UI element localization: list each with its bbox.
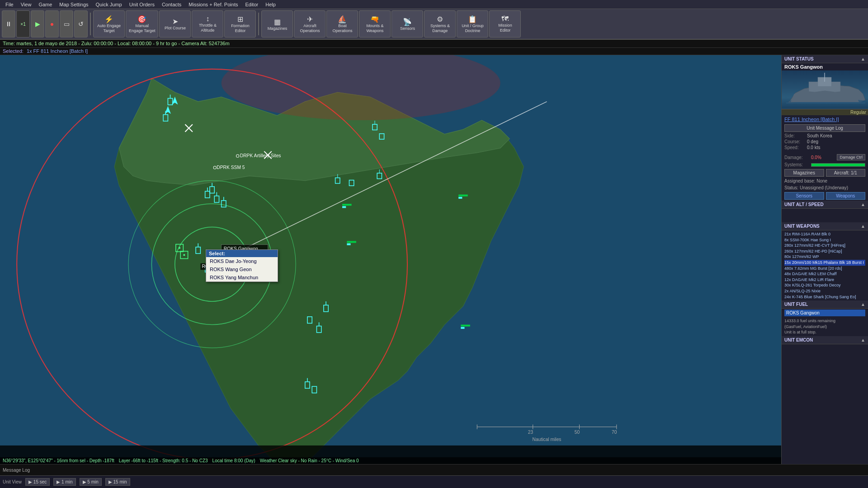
magazines-icon: ▦ — [274, 18, 281, 26]
unit-status-collapse[interactable]: ▲ — [861, 56, 865, 61]
menu-editor[interactable]: Editor — [241, 2, 262, 7]
sensors-button[interactable]: 📡 Sensors — [392, 10, 423, 38]
course-value: 0 deg — [807, 139, 818, 144]
weapon-item-1[interactable]: 8x SSM-700K Hae Sung I — [784, 237, 865, 243]
unit-doctrine-button[interactable]: 📋 Unit / GroupDoctrine — [457, 10, 488, 38]
bottom-controls: Unit View ▶ 15 sec ▶ 1 min ▶ 5 min ▶ 15 … — [0, 475, 868, 488]
separator-1 — [90, 13, 91, 35]
weapon-item-6[interactable]: 480x 7.62mm MG Burst [20 rds] — [784, 266, 865, 272]
systems-damage-button[interactable]: ⚙ Systems &Damage — [424, 10, 456, 38]
course-label: Course: — [784, 139, 807, 144]
menu-file[interactable]: File — [2, 2, 17, 7]
menu-missions[interactable]: Missions + Ref. Points — [185, 2, 241, 7]
boat-ops-label: BoatOperations — [332, 23, 352, 33]
alt-speed-collapse[interactable]: ▲ — [861, 202, 865, 207]
formation-editor-button[interactable]: ⊞ FormationEditor — [224, 10, 256, 38]
context-menu-title: Select: — [206, 250, 278, 257]
menu-view[interactable]: View — [17, 2, 35, 7]
weapon-item-10[interactable]: 2x AN/SLQ-25 Nixie — [784, 288, 865, 294]
fuel-collapse[interactable]: ▲ — [861, 302, 865, 307]
auto-engage-label: Auto EngageTarget — [97, 23, 121, 33]
speed-value: 0.0 kts — [807, 145, 820, 150]
unknown-button[interactable]: ▭ — [60, 10, 73, 38]
unit-doctrine-icon: 📋 — [468, 15, 477, 23]
weapons-panel-button[interactable]: Weapons — [826, 192, 866, 200]
side-row: Side: South Korea — [782, 133, 868, 139]
main-content: ROKS Gangwon 0 deg 0.0 kts ROKS Dae Jo-Y… — [0, 55, 868, 464]
svg-text:Nautical miles: Nautical miles — [533, 437, 561, 442]
plot-course-button[interactable]: ➤ Plot Course — [159, 10, 191, 38]
manual-engage-button[interactable]: 🎯 ManualEngage Target — [126, 10, 158, 38]
weapon-item-7[interactable]: 48x DAGAIE Mk2 LEM Chaff — [784, 271, 865, 277]
mission-editor-label: MissionEditor — [498, 23, 512, 33]
aircraft-panel-button[interactable]: Aircraft: 1/1 — [826, 169, 866, 177]
fuel-type: (GasFuel, AviationFuel) — [784, 324, 865, 330]
menu-map-settings[interactable]: Map Settings — [56, 2, 92, 7]
fuel-status: Unit is at full stop. — [784, 329, 865, 335]
weapons-title: UNIT WEAPONS — [784, 224, 820, 229]
emcon-collapse[interactable]: ▲ — [861, 338, 865, 343]
svg-rect-67 — [347, 241, 356, 243]
weapon-item-4[interactable]: 80x 127mm/62 WP — [784, 254, 865, 260]
svg-text:50: 50 — [575, 430, 580, 435]
weapon-item-5[interactable]: 15x 20mm/100 Mk15 Phalanx Blk 1B Burst I — [784, 260, 865, 266]
map-area[interactable]: ROKS Gangwon 0 deg 0.0 kts ROKS Dae Jo-Y… — [0, 55, 781, 464]
svg-rect-68 — [347, 244, 350, 245]
speed-label: Speed: — [784, 145, 807, 150]
weapon-item-3[interactable]: 260x 127mm/62 HE-PD [HiCap] — [784, 249, 865, 254]
throttle-alt-button[interactable]: ↕ Throttle &Altitude — [192, 10, 223, 38]
time-5min-button[interactable]: ▶ 5 min — [80, 478, 102, 486]
fuel-item[interactable]: ROKS Gangwon — [784, 310, 865, 316]
play-button[interactable]: ▶ — [31, 10, 44, 38]
svg-rect-70 — [458, 197, 462, 199]
mounts-weapons-icon: 🔫 — [370, 15, 379, 23]
weapons-list: 21x RIM-116A RAM Blk 0 8x SSM-700K Hae S… — [782, 230, 868, 300]
systems-damage-label: Systems &Damage — [430, 23, 450, 33]
context-menu-item-1[interactable]: ROKS Dae Jo-Yeong — [206, 257, 278, 265]
damage-value: 0.0% — [811, 155, 825, 160]
context-menu-item-2[interactable]: ROKS Wang Geon — [206, 265, 278, 273]
status-text: Time: martes, 1 de mayo de 2018 - Zulu: … — [3, 41, 230, 46]
mission-editor-button[interactable]: 🗺 MissionEditor — [489, 10, 521, 38]
weapon-item-8[interactable]: 12x DAGAIE Mk2 LIR Flare — [784, 277, 865, 283]
pause-icon: ⏸ — [5, 20, 12, 28]
weapons-collapse[interactable]: ▲ — [861, 224, 865, 229]
menu-game[interactable]: Game — [35, 2, 56, 7]
magazines-button[interactable]: ▦ Magazines — [261, 10, 293, 38]
menu-help[interactable]: Help — [262, 2, 279, 7]
boat-ops-button[interactable]: ⛵ BoatOperations — [326, 10, 358, 38]
weapon-item-2[interactable]: 280x 127mm/62 HE-CVT [HiFreq] — [784, 243, 865, 249]
menu-bar: File View Game Map Settings Quick Jump U… — [0, 0, 868, 9]
throttle-alt-label: Throttle &Altitude — [199, 23, 217, 33]
aircraft-ops-button[interactable]: ✈ AircraftOperations — [294, 10, 326, 38]
unit-link[interactable]: FF 811 Incheon [Batch I] — [782, 115, 868, 123]
damage-ctrl-button[interactable]: Damage Ctrl — [837, 154, 865, 160]
refresh-button[interactable]: ↺ — [74, 10, 88, 38]
sensors-panel-button[interactable]: Sensors — [784, 192, 824, 200]
manual-engage-icon: 🎯 — [137, 15, 146, 23]
coord-bar: N36°29'33", E125°02'47" - 16nm from sel … — [0, 457, 781, 464]
auto-engage-button[interactable]: ⚡ Auto EngageTarget — [93, 10, 125, 38]
pause-button[interactable]: ⏸ — [2, 10, 15, 38]
time-15min-button[interactable]: ▶ 15 min — [105, 478, 130, 486]
time-1min-button[interactable]: ▶ 1 min — [53, 478, 75, 486]
svg-text:DPRK SSM 5: DPRK SSM 5 — [217, 165, 245, 170]
context-menu-item-3[interactable]: ROKS Yang Manchun — [206, 273, 278, 282]
weapon-item-0[interactable]: 21x RIM-116A RAM Blk 0 — [784, 231, 865, 237]
unit-view-label: Unit View — [3, 479, 22, 484]
unit-message-log-button[interactable]: Unit Message Log — [784, 124, 865, 132]
time-15sec-button[interactable]: ▶ 15 sec — [25, 478, 50, 486]
mounts-weapons-button[interactable]: 🔫 Mounts &Weapons — [359, 10, 391, 38]
record-button[interactable]: ● — [45, 10, 59, 38]
damage-label: Damage: — [784, 155, 809, 160]
menu-unit-orders[interactable]: Unit Orders — [126, 2, 158, 7]
weapon-item-11[interactable]: 24x K-745 Blue Shark [Chung Sang Eo] — [784, 294, 865, 300]
systems-row: Systems: — [782, 161, 868, 168]
menu-contacts[interactable]: Contacts — [158, 2, 185, 7]
formation-editor-label: FormationEditor — [231, 23, 250, 33]
menu-quick-jump[interactable]: Quick Jump — [92, 2, 126, 7]
magazines-panel-button[interactable]: Magazines — [784, 169, 824, 177]
play-icon: ▶ — [35, 20, 40, 28]
local-time-text: Local time 8:00 (Day) — [212, 458, 255, 463]
weapon-item-9[interactable]: 30x K/SLQ-261 Torpedo Decoy — [784, 282, 865, 288]
